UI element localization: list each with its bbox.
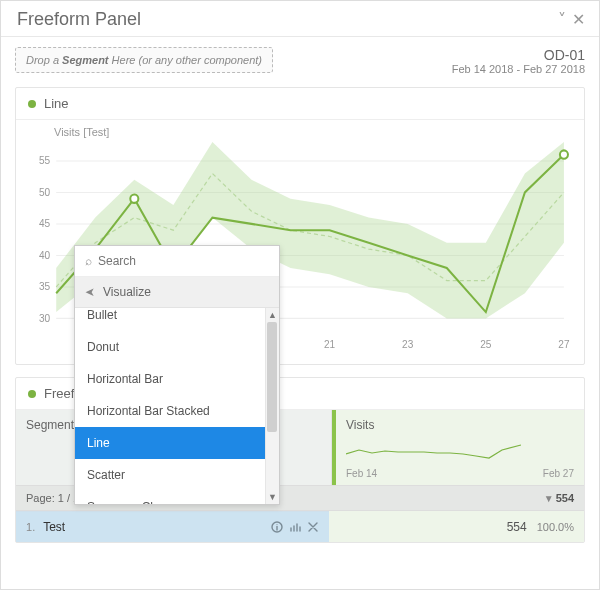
visualize-context-menu: ⌕ ➤ Visualize ▲ ▼ BulletDonutHorizontal …: [74, 245, 280, 505]
svg-text:45: 45: [39, 218, 50, 229]
viz-status-dot: [28, 100, 36, 108]
svg-text:27: 27: [558, 339, 569, 350]
dropzone-text: Drop a: [26, 54, 62, 66]
table-row[interactable]: 1. Test 554 100.0%: [16, 511, 584, 542]
menu-search[interactable]: ⌕: [75, 246, 279, 277]
menu-item-horizontal-bar-stacked[interactable]: Horizontal Bar Stacked: [75, 395, 279, 427]
menu-item-donut[interactable]: Donut: [75, 331, 279, 363]
trend-down-icon: ▼: [544, 493, 554, 504]
menu-item-horizontal-bar[interactable]: Horizontal Bar: [75, 363, 279, 395]
freeform-panel: Freeform Panel ˅ ✕ Drop a Segment Here (…: [0, 0, 600, 590]
menu-item-summary-change[interactable]: Summary Change: [75, 491, 279, 504]
svg-text:40: 40: [39, 249, 50, 260]
svg-text:55: 55: [39, 155, 50, 166]
search-icon: ⌕: [85, 254, 92, 268]
info-icon[interactable]: [271, 521, 283, 533]
panel-title: Freeform Panel: [17, 9, 141, 30]
row-name: Test: [43, 520, 65, 534]
menu-item-bullet[interactable]: Bullet: [75, 308, 279, 331]
svg-text:35: 35: [39, 281, 50, 292]
menu-item-scatter[interactable]: Scatter: [75, 459, 279, 491]
breakdown-icon[interactable]: [289, 521, 301, 533]
range-info: OD-01 Feb 14 2018 - Feb 27 2018: [452, 47, 585, 75]
table-col-visits[interactable]: Visits: [332, 410, 584, 440]
svg-text:30: 30: [39, 312, 50, 323]
svg-text:50: 50: [39, 186, 50, 197]
panel-close-icon[interactable]: ✕: [572, 10, 585, 29]
row-index: 1.: [26, 521, 35, 533]
panel-collapse-icon[interactable]: ˅: [558, 10, 566, 29]
svg-point-20: [277, 524, 278, 525]
menu-item-line[interactable]: Line: [75, 427, 279, 459]
scroll-up-icon[interactable]: ▲: [266, 308, 279, 322]
svg-point-17: [560, 150, 568, 158]
menu-scrollbar[interactable]: ▲ ▼: [265, 308, 279, 504]
menu-search-input[interactable]: [98, 254, 269, 268]
viz-status-dot: [28, 390, 36, 398]
menu-heading-label: Visualize: [103, 285, 151, 299]
svg-text:25: 25: [480, 339, 491, 350]
project-code: OD-01: [452, 47, 585, 63]
row-pct: 100.0%: [537, 521, 574, 533]
svg-text:21: 21: [324, 339, 335, 350]
remove-row-icon[interactable]: [307, 521, 319, 533]
dropzone-text-post: Here (or any other component): [109, 54, 262, 66]
visits-sparkline: [346, 440, 526, 462]
spark-end-label: Feb 27: [543, 468, 574, 479]
row-value: 554: [507, 520, 527, 534]
dropzone-bold: Segment: [62, 54, 108, 66]
date-range-label: Feb 14 2018 - Feb 27 2018: [452, 63, 585, 75]
spark-start-label: Feb 14: [346, 468, 377, 479]
scroll-thumb[interactable]: [267, 322, 277, 432]
svg-point-16: [130, 195, 138, 203]
chevron-left-icon: ➤: [85, 285, 95, 299]
scroll-down-icon[interactable]: ▼: [266, 490, 279, 504]
viz-metric-label: Visits [Test]: [54, 126, 572, 138]
table-summary-value: ▼554: [329, 486, 584, 510]
svg-text:23: 23: [402, 339, 413, 350]
menu-back-heading[interactable]: ➤ Visualize: [75, 277, 279, 308]
panel-header: Freeform Panel ˅ ✕: [1, 1, 599, 37]
viz-title: Line: [44, 96, 69, 111]
segment-drop-zone[interactable]: Drop a Segment Here (or any other compon…: [15, 47, 273, 73]
